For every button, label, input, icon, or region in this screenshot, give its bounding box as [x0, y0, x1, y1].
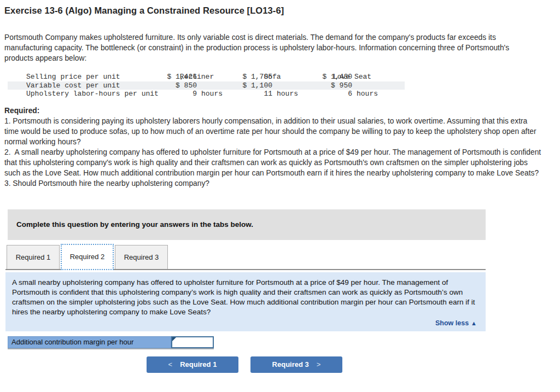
table-cell: $ 950: [299, 81, 378, 90]
cell-marker-icon: [172, 337, 176, 341]
chevron-left-icon: <: [168, 360, 173, 368]
table-cell: 9hours: [158, 90, 223, 98]
table-cell: $ 1,100: [223, 81, 299, 90]
tab-required-2[interactable]: Required 2: [61, 244, 114, 270]
tab-navigation: < Required 1 Required 3 >: [4, 356, 485, 373]
page-title: Exercise 13-6 (Algo) Managing a Constrai…: [4, 5, 560, 16]
tab-required-3[interactable]: Required 3: [115, 245, 168, 269]
prev-button-label: Required 1: [180, 360, 217, 368]
table-cell: $ 1,705: [223, 73, 299, 81]
answer-label: Additional contribution margin per hour: [8, 336, 171, 348]
row-label: Upholstery labor-hours per unit: [8, 90, 158, 98]
show-less-label: Show less: [435, 319, 469, 327]
answer-input-cell[interactable]: [171, 336, 214, 348]
question-panel: A small nearby upholstering company has …: [5, 272, 486, 331]
required-heading: Required:: [4, 106, 560, 116]
tab-required-1[interactable]: Required 1: [7, 245, 60, 269]
instruction-banner-text: Complete this question by entering your …: [16, 220, 253, 229]
table-cell: $ 1,430: [299, 73, 378, 81]
table-row: Selling price per unit $ 1,426 $ 1,705 $…: [8, 73, 405, 81]
answer-input[interactable]: [172, 337, 213, 347]
chevron-right-icon: >: [317, 360, 321, 368]
row-label: Selling price per unit: [8, 73, 158, 81]
tab-bar: Required 1 Required 2 Required 3: [5, 245, 486, 270]
required-item-3: 3. Should Portsmouth hire the nearby uph…: [4, 178, 543, 189]
product-data-table: Recliner Sofa Love Seat Selling price pe…: [8, 73, 405, 98]
answer-row: Additional contribution margin per hour: [8, 336, 214, 349]
exercise-page: Exercise 13-6 (Algo) Managing a Constrai…: [0, 0, 560, 392]
table-cell: $ 1,426: [158, 73, 223, 81]
table-row: Variable cost per unit $ 850 $ 1,100 $ 9…: [8, 81, 405, 90]
show-less-link[interactable]: Show less▲: [12, 317, 479, 329]
instruction-banner: Complete this question by entering your …: [8, 209, 486, 240]
next-required-3-button[interactable]: Required 3 >: [250, 356, 342, 373]
row-label: Variable cost per unit: [8, 81, 158, 90]
required-item-2: 2. A small nearby upholstering company h…: [4, 147, 543, 178]
table-cell: $ 850: [158, 81, 223, 90]
question-text: A small nearby upholstering company has …: [12, 278, 479, 317]
collapse-arrow-icon: ▲: [471, 320, 477, 326]
next-button-label: Required 3: [272, 360, 309, 368]
prev-required-1-button[interactable]: < Required 1: [147, 356, 238, 373]
table-cell: 6hours: [299, 90, 378, 98]
table-row: Upholstery labor-hours per unit 9hours 1…: [8, 90, 405, 98]
required-item-1: 1. Portsmouth is considering paying its …: [4, 116, 543, 147]
table-cell: 11hours: [223, 90, 299, 98]
intro-paragraph: Portsmouth Company makes upholstered fur…: [4, 32, 534, 63]
